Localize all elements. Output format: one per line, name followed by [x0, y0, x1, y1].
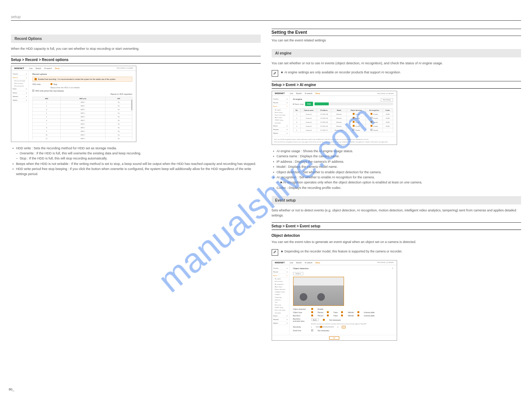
body-text: You can set the event related settings	[272, 38, 521, 43]
panel-title: Record options	[32, 73, 132, 75]
tab-ai-search[interactable]: AI search	[305, 262, 312, 264]
tab-search[interactable]: Search	[296, 262, 302, 264]
checkbox[interactable]	[51, 83, 52, 85]
screenshot-record-options: WISENET Live Search AI search Setup PRN-…	[11, 66, 136, 142]
section-title: Record Options	[11, 35, 261, 43]
body-text: When the HDD capacity is full, you can s…	[11, 46, 261, 52]
side-system[interactable]: System∨	[13, 98, 27, 102]
side-item[interactable]: Record∨	[273, 270, 288, 274]
warn-icon	[35, 78, 37, 80]
side-item-active[interactable]: Record options	[13, 85, 27, 87]
side-network[interactable]: Network∨	[13, 95, 27, 98]
note-text: ■ Depending on the recorder model, this …	[281, 249, 403, 256]
tab-search[interactable]: Search	[296, 92, 302, 94]
body-text: You can set the event rules to generate …	[272, 240, 521, 245]
section-title: Event setup	[272, 196, 521, 204]
view-history-button[interactable]: View history	[381, 98, 393, 102]
left-column: Record Options When the HDD capacity is …	[11, 29, 261, 344]
tab-live[interactable]: Live	[29, 67, 32, 69]
right-column: Setting the Event You can set the event …	[272, 29, 521, 344]
preview-image	[293, 277, 344, 306]
right-note: Repeat on HDD regardless	[32, 93, 132, 95]
side-sub[interactable]: Event rule setup	[273, 114, 288, 116]
side-item[interactable]: Record schedule	[13, 80, 27, 82]
side-item[interactable]: Record∨	[273, 101, 288, 105]
side-sub[interactable]: Event setup	[273, 111, 288, 114]
note-icon	[272, 249, 278, 256]
app-logo: WISENET	[14, 67, 24, 69]
field-note: Beeps when the HDD is not writable	[51, 86, 132, 89]
side-sub[interactable]: Schedule	[273, 122, 288, 124]
body-text: Sets whether or not to detect events (e.…	[272, 208, 521, 218]
tab-ai-search[interactable]: AI search	[305, 92, 312, 94]
panel-title: AI engine	[293, 98, 302, 100]
tab-ai-search[interactable]: AI search	[44, 67, 52, 69]
scrollbar[interactable]	[131, 100, 132, 110]
side-camera[interactable]: Camera∨	[13, 72, 27, 76]
usage-label: AI Engine usage	[293, 103, 304, 105]
nav-path: Setup > Event > Event setup	[272, 222, 521, 230]
tab-live[interactable]: Live	[290, 92, 293, 94]
bullet-list: AI engine usage : Shows the AI engine us…	[273, 149, 521, 190]
side-item[interactable]: Event∨	[273, 274, 288, 278]
usage-badge: 3/16	[305, 102, 313, 106]
side-record[interactable]: Record∨	[13, 76, 27, 80]
side-item[interactable]: System∨	[273, 321, 288, 325]
top-rule	[11, 20, 521, 21]
sidebar: Camera∨ Record∨ Record schedule Record s…	[11, 71, 29, 142]
side-item[interactable]: Device∨	[273, 314, 288, 318]
section-heading: Setting the Event	[272, 30, 521, 35]
side-item[interactable]: System∨	[273, 131, 288, 135]
tab-setup[interactable]: Setup	[55, 67, 60, 69]
tab-setup[interactable]: Setup	[315, 92, 320, 94]
side-sub[interactable]: AI engine	[273, 109, 288, 111]
app-logo: WISENET	[275, 92, 285, 94]
note-text: ■ AI engine settings are only available …	[281, 70, 401, 77]
sidebar: Camera∨ Record∨ Event∨ AI engine Event s…	[272, 96, 289, 137]
nav-path: Setup > Event > AI engine	[272, 81, 521, 89]
section-title: AI engine	[272, 49, 521, 57]
side-item[interactable]: Camera∨	[273, 267, 288, 270]
tab-search[interactable]: Search	[36, 67, 41, 69]
channel-select[interactable]: CH 01 ▾	[293, 272, 303, 275]
side-sub[interactable]: ONVIF setup	[273, 119, 288, 121]
field-label: HDD write	[32, 83, 47, 85]
side-item[interactable]: Event∨	[273, 105, 288, 108]
side-item[interactable]: Network∨	[273, 318, 288, 321]
side-item[interactable]: Device∨	[273, 124, 288, 128]
side-item[interactable]: Record setup	[13, 82, 27, 85]
warning-banner: Enable Dual recording : It is recommende…	[32, 77, 132, 82]
ok-button[interactable]: OK	[329, 336, 339, 340]
screenshot-ai-engine: WISENET Live Search AI search Setup PRN-…	[272, 91, 397, 145]
subsection-title: Object detection	[272, 234, 521, 238]
chapter-label: setup	[11, 15, 521, 20]
panel-title: Object detection	[293, 267, 309, 270]
tab-setup[interactable]: Setup	[315, 262, 320, 264]
hdd-table: HDD HDD write OFF 1HDD #On2HDD #On3HDD #…	[32, 97, 132, 139]
header-right: PRN-3205B2 ⎙ ⚙ ADMIN	[377, 262, 394, 263]
body-text: You can set whether or not to use AI eve…	[272, 61, 521, 66]
sensitivity-slider[interactable]	[316, 326, 334, 328]
side-item[interactable]: Network∨	[273, 128, 288, 131]
tab-live[interactable]: Live	[290, 262, 293, 264]
engine-table: No.Camera nameIP addressModelObject dete…	[293, 108, 393, 132]
side-event[interactable]: Event∨	[13, 87, 27, 91]
note-icon	[272, 70, 278, 77]
bullet-list: HDD write : Sets the recording method fo…	[12, 146, 261, 177]
header-right: PRN-3205B2 ⎙ ⚙ ADMIN	[116, 67, 133, 69]
side-item[interactable]: Camera∨	[273, 97, 288, 101]
checkbox[interactable]	[32, 90, 34, 92]
sidebar: Camera∨ Record∨ Event∨ AI engine Event s…	[272, 265, 289, 335]
side-device[interactable]: Device∨	[13, 91, 27, 95]
header-right: PRN-3205B2 ⎙ ⚙ ADMIN	[377, 93, 394, 94]
side-sub[interactable]: Alarm input	[273, 116, 288, 119]
screenshot-object-detection: WISENET Live Search AI search Setup PRN-…	[272, 260, 397, 341]
nav-path: Setup > Record > Record options	[11, 56, 261, 64]
app-logo: WISENET	[275, 262, 285, 264]
table-footnotes: ※ To use the AI recognition feature, obj…	[272, 137, 397, 145]
